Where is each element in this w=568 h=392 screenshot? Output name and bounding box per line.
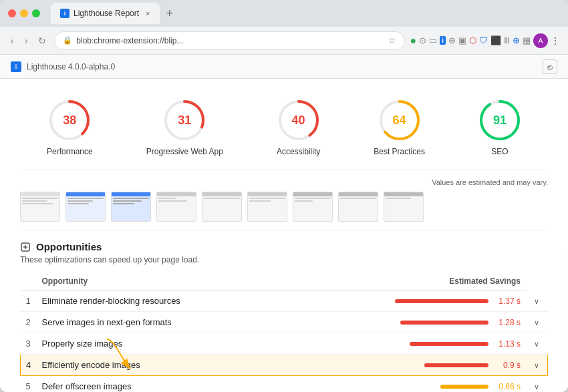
close-button[interactable] (8, 9, 16, 17)
address-bar[interactable]: 🔒 blob:chrome-extension://blip... ☆ (54, 31, 404, 50)
profile-avatar[interactable]: A (533, 33, 548, 48)
savings-value-4: 0.9 s (494, 361, 521, 370)
score-label-performance: Performance (47, 147, 93, 156)
thumbnail-8 (338, 192, 378, 222)
score-card-pwa: 31 Progressive Web App (146, 99, 223, 156)
score-circle-best-practices: 64 (378, 99, 421, 142)
extension-icon-10[interactable]: Ⅲ (504, 35, 510, 45)
score-number-best-practices: 64 (393, 114, 406, 128)
thumbnails-note: Values are estimated and may vary. (432, 178, 548, 186)
score-card-accessibility: 40 Accessibility (277, 99, 320, 156)
score-number-pwa: 31 (178, 114, 191, 128)
back-button[interactable]: ‹ (8, 33, 17, 49)
extension-icon-2[interactable]: ⊙ (419, 35, 426, 45)
expand-icon-5[interactable]: ∨ (531, 383, 542, 391)
expand-icon-1[interactable]: ∨ (531, 297, 542, 305)
opp-savings-3: 1.13 s (292, 333, 526, 355)
forward-button[interactable]: › (22, 33, 31, 49)
extension-icon-9[interactable]: ⬛ (490, 35, 501, 45)
score-card-seo: 91 SEO (478, 99, 521, 156)
tab-bar: i Lighthouse Report × + (51, 3, 560, 24)
extension-icon-11[interactable]: ⊕ (513, 35, 520, 45)
score-label-accessibility: Accessibility (277, 147, 320, 156)
extension-icon-4[interactable]: i (440, 36, 446, 45)
refresh-button[interactable]: ↻ (35, 33, 49, 49)
extension-icon-12[interactable]: ▦ (523, 35, 531, 45)
tab-close-button[interactable]: × (146, 9, 150, 17)
browser-frame: i Lighthouse Report × + ‹ › ↻ 🔒 blob:chr… (0, 0, 568, 392)
opp-savings-5: 0.66 s (292, 376, 526, 393)
score-number-performance: 38 (63, 114, 76, 128)
opportunities-table: Opportunity Estimated Savings 1 Eliminat… (20, 272, 548, 392)
opportunities-icon (20, 242, 31, 252)
thumbnail-3 (111, 192, 151, 222)
opp-row-2[interactable]: 2 Serve images in next-gen formats 1.28 … (21, 312, 548, 333)
score-label-seo: SEO (491, 147, 508, 156)
extension-icon-1[interactable]: ● (410, 35, 417, 47)
opp-label-2: Serve images in next-gen formats (37, 312, 293, 333)
score-label-pwa: Progressive Web App (146, 147, 223, 156)
opp-label-1: Eliminate render-blocking resources (37, 290, 293, 312)
share-button[interactable]: ⎋ (543, 59, 557, 74)
score-circle-performance: 38 (48, 99, 91, 142)
savings-bar-5 (440, 385, 488, 389)
savings-container-4: 0.9 s (297, 361, 521, 370)
star-icon[interactable]: ☆ (388, 35, 396, 45)
menu-button[interactable]: ⋮ (551, 35, 560, 46)
savings-value-1: 1.37 s (494, 297, 521, 306)
savings-container-2: 1.28 s (297, 318, 521, 327)
lock-icon: 🔒 (63, 36, 72, 45)
thumbnails-row (20, 192, 548, 222)
score-circle-accessibility: 40 (277, 99, 320, 142)
extension-icon-8[interactable]: 🛡 (479, 35, 488, 45)
thumbnail-6 (247, 192, 287, 222)
score-label-best-practices: Best Practices (374, 147, 425, 156)
thumbnail-7 (293, 192, 333, 222)
opp-row-5[interactable]: 5 Defer offscreen images 0.66 s ∨ (21, 376, 548, 393)
thumbnail-9 (384, 192, 424, 222)
traffic-lights (8, 9, 40, 17)
savings-value-3: 1.13 s (494, 339, 521, 349)
opportunities-section: Opportunities These optimizations can sp… (20, 230, 548, 392)
extension-icon-7[interactable]: ⬡ (469, 35, 476, 45)
opp-num-1: 1 (21, 290, 37, 312)
opportunities-title: Opportunities (36, 241, 102, 252)
savings-bar-2 (400, 321, 488, 325)
minimize-button[interactable] (20, 9, 28, 17)
opp-num-5: 5 (21, 376, 37, 393)
expand-icon-2[interactable]: ∨ (531, 319, 542, 327)
extension-version: Lighthouse 4.0.0-alpha.0 (27, 62, 115, 71)
savings-container-3: 1.13 s (297, 339, 521, 349)
score-section: 38 Performance 31 Progressive Web App 40 (20, 92, 548, 170)
lighthouse-ext-logo: i (11, 61, 21, 72)
thumbnail-1 (20, 192, 60, 222)
extension-icon-3[interactable]: ▭ (429, 35, 437, 45)
score-card-best-practices: 64 Best Practices (374, 99, 425, 156)
thumbnail-4 (156, 192, 196, 222)
thumbnails-section: Values are estimated and may vary. (20, 170, 548, 230)
share-icon: ⎋ (547, 62, 553, 72)
extension-icon-6[interactable]: ▣ (458, 35, 466, 45)
opp-row-4[interactable]: 4 Efficiently encode images 0.9 s ∨ (21, 355, 548, 376)
tab-title: Lighthouse Report (74, 9, 139, 18)
lighthouse-tab-icon: i (60, 9, 69, 18)
opp-row-1[interactable]: 1 Eliminate render-blocking resources 1.… (21, 290, 548, 312)
expand-icon-4[interactable]: ∨ (531, 361, 542, 369)
maximize-button[interactable] (32, 9, 40, 17)
nav-bar: ‹ › ↻ 🔒 blob:chrome-extension://blip... … (0, 27, 568, 55)
opportunities-table-container: Opportunity Estimated Savings 1 Eliminat… (20, 272, 548, 392)
extension-icon-5[interactable]: ⊕ (448, 35, 456, 45)
thumbnail-2 (65, 192, 106, 222)
savings-bar-1 (395, 299, 488, 303)
active-tab[interactable]: i Lighthouse Report × (51, 3, 160, 24)
score-card-performance: 38 Performance (47, 99, 93, 156)
opp-label-3: Properly size images (37, 333, 293, 355)
opp-savings-2: 1.28 s (292, 312, 526, 333)
opp-row-3[interactable]: 3 Properly size images 1.13 s ∨ (21, 333, 548, 355)
expand-icon-3[interactable]: ∨ (531, 340, 542, 348)
opp-num-3: 3 (21, 333, 37, 355)
opp-savings-4: 0.9 s (292, 355, 526, 376)
new-tab-button[interactable]: + (162, 7, 178, 21)
col-savings-header: Estimated Savings (292, 272, 526, 290)
page-content: 38 Performance 31 Progressive Web App 40 (0, 79, 568, 392)
